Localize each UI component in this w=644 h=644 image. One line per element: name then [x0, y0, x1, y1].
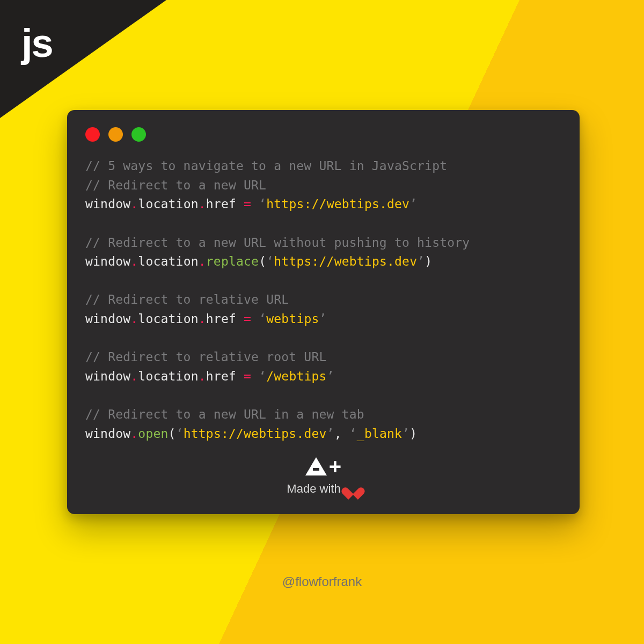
- window-titlebar: [85, 127, 561, 142]
- aplus-logo: +: [305, 455, 341, 479]
- window-footer: + Made with: [85, 455, 561, 496]
- aplus-triangle-icon: [305, 457, 327, 475]
- aplus-plus: +: [329, 455, 341, 479]
- js-badge: js: [21, 20, 53, 66]
- minimize-icon[interactable]: [108, 127, 123, 142]
- author-handle: @flowforfrank: [0, 574, 644, 589]
- maximize-icon[interactable]: [131, 127, 146, 142]
- made-with-text: Made with: [287, 482, 340, 496]
- code-window: // 5 ways to navigate to a new URL in Ja…: [67, 110, 580, 514]
- heart-icon: [346, 482, 360, 495]
- close-icon[interactable]: [85, 127, 100, 142]
- code-block: // 5 ways to navigate to a new URL in Ja…: [85, 157, 561, 444]
- made-with-label: Made with: [287, 482, 360, 496]
